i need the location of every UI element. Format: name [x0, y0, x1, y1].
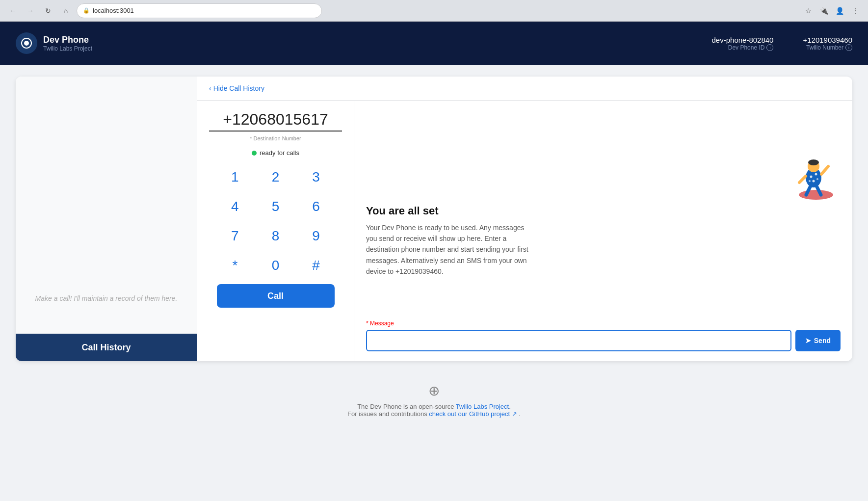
footer-line1: The Dev Phone is an open-source Twilio L…: [16, 403, 852, 410]
footer-icon: ⊕: [16, 383, 852, 399]
browser-actions: ☆ 🔌 👤 ⋮: [801, 4, 862, 18]
github-link[interactable]: check out our GitHub project ↗: [429, 410, 519, 418]
svg-point-2: [799, 190, 833, 200]
extensions-button[interactable]: 🔌: [817, 4, 831, 18]
main-content: Make a call! I'll maintain a record of t…: [0, 65, 868, 373]
message-row: ➤ Send: [366, 330, 841, 351]
keypad-key-3[interactable]: 3: [298, 164, 335, 190]
app-logo: Dev Phone Twilio Labs Project: [16, 32, 92, 54]
status-indicator: ready for calls: [252, 149, 299, 157]
call-history-button[interactable]: Call History: [16, 334, 197, 361]
twilio-number-info-icon[interactable]: i: [845, 44, 852, 51]
right-panel: ‹ Hide Call History * Destination Number…: [197, 77, 852, 361]
dialer-section: * Destination Number ready for calls 123…: [197, 101, 354, 361]
svg-line-6: [799, 176, 806, 183]
twilio-number-info: +12019039460 Twilio Number i: [803, 36, 852, 51]
all-set-description: Your Dev Phone is ready to be used. Any …: [366, 222, 533, 277]
keypad-key-#[interactable]: #: [298, 253, 335, 278]
twilio-number-label: Twilio Number i: [803, 44, 852, 51]
keypad-key-1[interactable]: 1: [217, 164, 254, 190]
send-icon: ➤: [805, 337, 811, 344]
messages-section: You are all set Your Dev Phone is ready …: [354, 101, 852, 361]
app-subtitle: Twilio Labs Project: [43, 45, 92, 52]
back-button[interactable]: ←: [6, 4, 20, 18]
address-bar[interactable]: 🔒 localhost:3001: [77, 3, 322, 18]
svg-point-10: [810, 175, 813, 178]
forward-button[interactable]: →: [24, 4, 37, 18]
phone-number-input[interactable]: [209, 110, 342, 132]
all-set-area: You are all set Your Dev Phone is ready …: [366, 110, 841, 312]
dev-phone-id-info: dev-phone-802840 Dev Phone ID i: [712, 36, 774, 51]
external-link-icon: ↗: [512, 410, 517, 418]
dev-phone-id-label: Dev Phone ID i: [712, 44, 774, 51]
app-name: Dev Phone: [43, 35, 92, 45]
menu-button[interactable]: ⋮: [848, 4, 862, 18]
logo-text: Dev Phone Twilio Labs Project: [43, 35, 92, 52]
header-info: dev-phone-802840 Dev Phone ID i +1201903…: [712, 36, 852, 51]
app-footer: ⊕ The Dev Phone is an open-source Twilio…: [0, 373, 868, 427]
keypad-key-4[interactable]: 4: [217, 194, 254, 219]
phone-number-display: [209, 110, 342, 132]
status-text: ready for calls: [260, 149, 299, 157]
home-button[interactable]: ⌂: [59, 4, 73, 18]
twilio-labs-link[interactable]: Twilio Labs Project: [456, 403, 509, 410]
left-panel: Make a call! I'll maintain a record of t…: [16, 77, 197, 361]
call-button[interactable]: Call: [217, 284, 335, 308]
svg-point-11: [815, 173, 817, 175]
app-card: Make a call! I'll maintain a record of t…: [16, 77, 852, 361]
keypad-key-2[interactable]: 2: [257, 164, 294, 190]
status-dot: [252, 151, 257, 156]
destination-label: * Destination Number: [250, 135, 301, 141]
keypad: 123456789*0#: [217, 164, 335, 278]
url-display: localhost:3001: [93, 7, 134, 14]
message-label: * Message: [366, 320, 841, 327]
svg-point-14: [816, 178, 818, 180]
dev-phone-id-value: dev-phone-802840: [712, 36, 774, 44]
keypad-key-9[interactable]: 9: [298, 223, 335, 249]
all-set-illustration: [782, 146, 841, 205]
twilio-number-value: +12019039460: [803, 36, 852, 44]
hide-call-history-link[interactable]: ‹ Hide Call History: [209, 84, 841, 92]
chevron-left-icon: ‹: [209, 84, 211, 92]
svg-point-13: [809, 180, 811, 182]
keypad-key-8[interactable]: 8: [257, 223, 294, 249]
keypad-key-7[interactable]: 7: [217, 223, 254, 249]
lock-icon: 🔒: [83, 7, 90, 14]
bookmark-button[interactable]: ☆: [801, 4, 815, 18]
send-button[interactable]: ➤ Send: [795, 330, 841, 351]
profile-button[interactable]: 👤: [833, 4, 846, 18]
keypad-key-0[interactable]: 0: [257, 253, 294, 278]
footer-line2: For issues and contributions check out o…: [16, 410, 852, 418]
app-header: Dev Phone Twilio Labs Project dev-phone-…: [0, 22, 868, 65]
svg-point-5: [808, 159, 819, 165]
right-panel-body: * Destination Number ready for calls 123…: [197, 101, 852, 361]
keypad-key-6[interactable]: 6: [298, 194, 335, 219]
all-set-title: You are all set: [366, 205, 439, 217]
reload-button[interactable]: ↻: [41, 4, 55, 18]
call-history-placeholder: Make a call! I'll maintain a record of t…: [35, 294, 178, 322]
svg-line-7: [821, 166, 828, 174]
logo-icon: [16, 32, 37, 54]
browser-chrome: ← → ↻ ⌂ 🔒 localhost:3001 ☆ 🔌 👤 ⋮: [0, 0, 868, 22]
dev-phone-id-info-icon[interactable]: i: [766, 44, 773, 51]
message-input-area: * Message ➤ Send: [366, 320, 841, 351]
keypad-key-*[interactable]: *: [217, 253, 254, 278]
keypad-key-5[interactable]: 5: [257, 194, 294, 219]
svg-point-1: [24, 41, 29, 46]
svg-point-12: [813, 180, 815, 182]
left-panel-content: Make a call! I'll maintain a record of t…: [16, 77, 197, 334]
hide-history-bar: ‹ Hide Call History: [197, 77, 852, 101]
message-input[interactable]: [366, 330, 791, 351]
